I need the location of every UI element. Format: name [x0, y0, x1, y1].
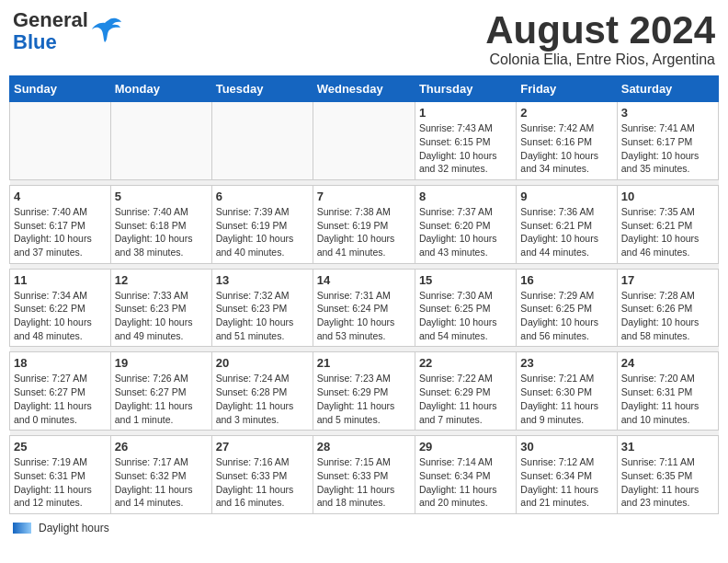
- day-info: Sunrise: 7:36 AM Sunset: 6:21 PM Dayligh…: [520, 205, 612, 259]
- logo-general-text: General: [13, 9, 88, 31]
- calendar-day-cell: 3Sunrise: 7:41 AM Sunset: 6:17 PM Daylig…: [617, 102, 718, 180]
- day-number: 8: [419, 190, 512, 203]
- day-info: Sunrise: 7:14 AM Sunset: 6:34 PM Dayligh…: [419, 455, 512, 510]
- calendar-week-row: 18Sunrise: 7:27 AM Sunset: 6:27 PM Dayli…: [10, 352, 719, 431]
- day-info: Sunrise: 7:40 AM Sunset: 6:18 PM Dayligh…: [115, 205, 208, 259]
- month-title: August 2024: [485, 9, 715, 52]
- weekday-header: Saturday: [617, 76, 718, 102]
- calendar-day-cell: 25Sunrise: 7:19 AM Sunset: 6:31 PM Dayli…: [10, 436, 111, 514]
- day-number: 23: [520, 356, 612, 370]
- calendar-day-cell: 17Sunrise: 7:28 AM Sunset: 6:26 PM Dayli…: [617, 269, 718, 347]
- day-info: Sunrise: 7:16 AM Sunset: 6:33 PM Dayligh…: [216, 455, 309, 510]
- calendar-day-cell: 19Sunrise: 7:26 AM Sunset: 6:27 PM Dayli…: [110, 352, 211, 431]
- calendar-day-cell: 24Sunrise: 7:20 AM Sunset: 6:31 PM Dayli…: [617, 352, 718, 431]
- calendar-day-cell: [110, 102, 211, 180]
- day-number: 9: [520, 190, 612, 203]
- calendar-week-row: 1Sunrise: 7:43 AM Sunset: 6:15 PM Daylig…: [10, 102, 719, 180]
- calendar-week-row: 4Sunrise: 7:40 AM Sunset: 6:17 PM Daylig…: [10, 185, 719, 263]
- day-info: Sunrise: 7:39 AM Sunset: 6:19 PM Dayligh…: [216, 205, 309, 259]
- calendar-body: 1Sunrise: 7:43 AM Sunset: 6:15 PM Daylig…: [10, 102, 719, 514]
- day-info: Sunrise: 7:30 AM Sunset: 6:25 PM Dayligh…: [419, 289, 512, 343]
- day-info: Sunrise: 7:38 AM Sunset: 6:19 PM Dayligh…: [317, 205, 411, 259]
- day-number: 1: [419, 106, 512, 120]
- calendar-day-cell: [211, 102, 313, 180]
- day-number: 31: [621, 440, 714, 454]
- day-number: 5: [115, 190, 208, 203]
- calendar-day-cell: 22Sunrise: 7:22 AM Sunset: 6:29 PM Dayli…: [415, 352, 516, 431]
- calendar-day-cell: 27Sunrise: 7:16 AM Sunset: 6:33 PM Dayli…: [211, 436, 313, 514]
- calendar-day-cell: 29Sunrise: 7:14 AM Sunset: 6:34 PM Dayli…: [415, 436, 516, 514]
- day-info: Sunrise: 7:23 AM Sunset: 6:29 PM Dayligh…: [317, 372, 411, 426]
- day-info: Sunrise: 7:12 AM Sunset: 6:34 PM Dayligh…: [520, 455, 612, 510]
- day-number: 27: [216, 440, 309, 454]
- day-number: 4: [14, 190, 107, 203]
- day-info: Sunrise: 7:40 AM Sunset: 6:17 PM Dayligh…: [14, 205, 107, 259]
- day-info: Sunrise: 7:41 AM Sunset: 6:17 PM Dayligh…: [621, 121, 714, 176]
- day-info: Sunrise: 7:20 AM Sunset: 6:31 PM Dayligh…: [621, 372, 714, 426]
- calendar-day-cell: 1Sunrise: 7:43 AM Sunset: 6:15 PM Daylig…: [415, 102, 516, 180]
- day-number: 16: [520, 273, 612, 287]
- day-number: 19: [115, 356, 208, 370]
- day-number: 24: [621, 356, 714, 370]
- day-number: 18: [14, 356, 107, 370]
- calendar-day-cell: [313, 102, 415, 180]
- day-number: 22: [419, 356, 512, 370]
- calendar-day-cell: 11Sunrise: 7:34 AM Sunset: 6:22 PM Dayli…: [10, 269, 111, 347]
- day-info: Sunrise: 7:35 AM Sunset: 6:21 PM Dayligh…: [621, 205, 714, 259]
- calendar-week-row: 25Sunrise: 7:19 AM Sunset: 6:31 PM Dayli…: [10, 436, 719, 514]
- calendar-week-row: 11Sunrise: 7:34 AM Sunset: 6:22 PM Dayli…: [10, 269, 719, 347]
- daylight-legend-bar: [13, 523, 31, 534]
- calendar-day-cell: 18Sunrise: 7:27 AM Sunset: 6:27 PM Dayli…: [10, 352, 111, 431]
- calendar-day-cell: 13Sunrise: 7:32 AM Sunset: 6:23 PM Dayli…: [211, 269, 313, 347]
- calendar-day-cell: 20Sunrise: 7:24 AM Sunset: 6:28 PM Dayli…: [211, 352, 313, 431]
- weekday-header: Monday: [110, 76, 211, 102]
- day-info: Sunrise: 7:19 AM Sunset: 6:31 PM Dayligh…: [14, 455, 107, 510]
- calendar-day-cell: 12Sunrise: 7:33 AM Sunset: 6:23 PM Dayli…: [110, 269, 211, 347]
- calendar-day-cell: 4Sunrise: 7:40 AM Sunset: 6:17 PM Daylig…: [10, 185, 111, 263]
- day-number: 28: [317, 440, 411, 454]
- day-info: Sunrise: 7:27 AM Sunset: 6:27 PM Dayligh…: [14, 372, 107, 426]
- calendar-day-cell: 14Sunrise: 7:31 AM Sunset: 6:24 PM Dayli…: [313, 269, 415, 347]
- day-info: Sunrise: 7:43 AM Sunset: 6:15 PM Dayligh…: [419, 121, 512, 176]
- daylight-label: Daylight hours: [39, 522, 109, 534]
- day-number: 15: [419, 273, 512, 287]
- calendar-day-cell: [10, 102, 111, 180]
- calendar-day-cell: 26Sunrise: 7:17 AM Sunset: 6:32 PM Dayli…: [110, 436, 211, 514]
- day-info: Sunrise: 7:24 AM Sunset: 6:28 PM Dayligh…: [216, 372, 309, 426]
- day-number: 6: [216, 190, 309, 203]
- day-number: 25: [14, 440, 107, 454]
- day-number: 14: [317, 273, 411, 287]
- calendar-day-cell: 16Sunrise: 7:29 AM Sunset: 6:25 PM Dayli…: [517, 269, 617, 347]
- weekday-header: Friday: [517, 76, 617, 102]
- day-number: 10: [621, 190, 714, 203]
- day-number: 7: [317, 190, 411, 203]
- calendar-day-cell: 7Sunrise: 7:38 AM Sunset: 6:19 PM Daylig…: [313, 185, 415, 263]
- footer: Daylight hours: [9, 522, 719, 534]
- day-number: 17: [621, 273, 714, 287]
- day-info: Sunrise: 7:26 AM Sunset: 6:27 PM Dayligh…: [115, 372, 208, 426]
- day-info: Sunrise: 7:21 AM Sunset: 6:30 PM Dayligh…: [520, 372, 612, 426]
- day-info: Sunrise: 7:31 AM Sunset: 6:24 PM Dayligh…: [317, 289, 411, 343]
- day-number: 30: [520, 440, 612, 454]
- calendar-day-cell: 23Sunrise: 7:21 AM Sunset: 6:30 PM Dayli…: [517, 352, 617, 431]
- location-title: Colonia Elia, Entre Rios, Argentina: [485, 52, 715, 68]
- calendar-day-cell: 15Sunrise: 7:30 AM Sunset: 6:25 PM Dayli…: [415, 269, 516, 347]
- logo-bird-icon: [90, 13, 123, 46]
- day-info: Sunrise: 7:22 AM Sunset: 6:29 PM Dayligh…: [419, 372, 512, 426]
- day-number: 21: [317, 356, 411, 370]
- day-number: 29: [419, 440, 512, 454]
- calendar-day-cell: 2Sunrise: 7:42 AM Sunset: 6:16 PM Daylig…: [517, 102, 617, 180]
- logo: General Blue: [13, 9, 123, 53]
- weekday-header: Sunday: [10, 76, 111, 102]
- day-info: Sunrise: 7:11 AM Sunset: 6:35 PM Dayligh…: [621, 455, 714, 510]
- calendar-day-cell: 5Sunrise: 7:40 AM Sunset: 6:18 PM Daylig…: [110, 185, 211, 263]
- day-number: 3: [621, 106, 714, 120]
- calendar-day-cell: 30Sunrise: 7:12 AM Sunset: 6:34 PM Dayli…: [517, 436, 617, 514]
- day-info: Sunrise: 7:17 AM Sunset: 6:32 PM Dayligh…: [115, 455, 208, 510]
- calendar-day-cell: 6Sunrise: 7:39 AM Sunset: 6:19 PM Daylig…: [211, 185, 313, 263]
- day-info: Sunrise: 7:28 AM Sunset: 6:26 PM Dayligh…: [621, 289, 714, 343]
- day-number: 11: [14, 273, 107, 287]
- day-number: 13: [216, 273, 309, 287]
- calendar-day-cell: 28Sunrise: 7:15 AM Sunset: 6:33 PM Dayli…: [313, 436, 415, 514]
- calendar-day-cell: 8Sunrise: 7:37 AM Sunset: 6:20 PM Daylig…: [415, 185, 516, 263]
